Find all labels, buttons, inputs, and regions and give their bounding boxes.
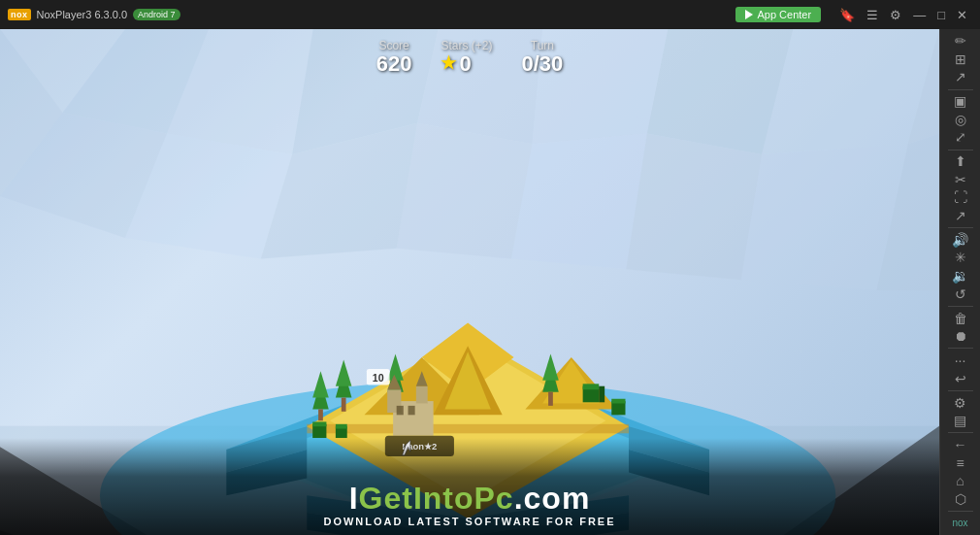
app-title: NoxPlayer3 6.3.0.0 bbox=[37, 9, 128, 20]
svg-text:10: 10 bbox=[373, 372, 384, 384]
app-center-button[interactable]: App Center bbox=[735, 7, 821, 22]
home-button[interactable]: ⌂ bbox=[943, 473, 978, 489]
layers-button[interactable]: ⊞ bbox=[943, 51, 978, 68]
paint-button[interactable]: ✏ bbox=[943, 33, 978, 50]
svg-rect-33 bbox=[307, 424, 629, 433]
game-hud: Score 620 Stars (+2) ★ 0 Turn 0/30 bbox=[376, 39, 564, 76]
monitor-button[interactable]: ▣ bbox=[943, 93, 978, 110]
settings-button[interactable]: ⚙ bbox=[885, 6, 906, 24]
stars-label: Stars (+2) bbox=[441, 39, 492, 52]
undo-button[interactable]: ↩ bbox=[943, 370, 978, 386]
hud-score: Score 620 bbox=[376, 39, 412, 76]
camera-button[interactable]: ⬡ bbox=[943, 490, 978, 507]
divider-4 bbox=[948, 306, 973, 307]
title-bar: nox NoxPlayer3 6.3.0.0 Android 7 App Cen… bbox=[0, 0, 980, 29]
score-label: Score bbox=[376, 39, 412, 52]
minimize-button[interactable]: — bbox=[908, 6, 931, 24]
bookmark-button[interactable]: 🔖 bbox=[834, 6, 860, 24]
svg-rect-63 bbox=[416, 386, 428, 404]
history-button[interactable]: ↺ bbox=[943, 285, 978, 302]
right-sidebar: ✏ ⊞ ↗ ▣ ◎ ⤢ ⬆ ✂ ⛶ ↗ 🔊 ✳ 🔉 ↺ 🗑 ⏺ ··· ↩ ⚙ … bbox=[939, 29, 980, 535]
import-button[interactable]: ⬆ bbox=[943, 153, 978, 170]
score-value: 620 bbox=[376, 52, 412, 76]
settings2-button[interactable]: ⚙ bbox=[943, 394, 978, 411]
fullscreen-button[interactable]: ⛶ bbox=[943, 189, 978, 206]
watermark-prefix: I bbox=[349, 481, 359, 516]
watermark: IGetIntoPc.com Download Latest Software … bbox=[0, 438, 939, 535]
divider-5 bbox=[948, 348, 973, 349]
svg-rect-67 bbox=[408, 406, 415, 415]
spinner-button[interactable]: ✳ bbox=[943, 250, 978, 266]
svg-rect-54 bbox=[599, 386, 604, 403]
svg-rect-51 bbox=[548, 392, 553, 406]
game-viewport[interactable]: Laon★2 10 Score 620 Stars (+2) ★ 0 bbox=[0, 29, 939, 535]
svg-rect-53 bbox=[583, 384, 600, 389]
cut-button[interactable]: ✂ bbox=[943, 172, 978, 188]
expand-button[interactable]: ⤢ bbox=[943, 129, 978, 146]
divider-7 bbox=[948, 432, 973, 433]
watermark-main: IGetIntoPc.com bbox=[349, 483, 591, 514]
photo-button[interactable]: ▤ bbox=[943, 413, 978, 429]
title-icons: 🔖 ☰ ⚙ — □ ✕ bbox=[834, 6, 972, 24]
volume-up-button[interactable]: 🔊 bbox=[943, 232, 978, 249]
record-button[interactable]: ⏺ bbox=[943, 328, 978, 345]
hud-stars: Stars (+2) ★ 0 bbox=[441, 39, 492, 76]
list-button[interactable]: ≡ bbox=[943, 454, 978, 471]
divider-8 bbox=[948, 511, 973, 512]
watermark-tagline: Download Latest Software for Free bbox=[323, 516, 615, 527]
divider-6 bbox=[948, 390, 973, 391]
nox-logo-box: nox bbox=[8, 9, 31, 20]
export-button[interactable]: ↗ bbox=[943, 69, 978, 85]
star-icon: ★ bbox=[441, 54, 456, 74]
delete-button[interactable]: 🗑 bbox=[943, 310, 978, 326]
divider-1 bbox=[948, 89, 973, 90]
turn-label: Turn bbox=[521, 39, 563, 52]
close-button[interactable]: ✕ bbox=[952, 6, 972, 24]
divider-3 bbox=[948, 227, 973, 228]
app-center-label: App Center bbox=[757, 9, 811, 20]
svg-marker-44 bbox=[387, 354, 404, 381]
menu-button[interactable]: ☰ bbox=[862, 6, 883, 24]
android-badge: Android 7 bbox=[133, 9, 180, 20]
main-area: Laon★2 10 Score 620 Stars (+2) ★ 0 bbox=[0, 29, 980, 535]
play-icon bbox=[745, 10, 753, 19]
svg-rect-48 bbox=[318, 409, 323, 420]
location-button[interactable]: ◎ bbox=[943, 112, 978, 128]
hud-turn: Turn 0/30 bbox=[521, 39, 563, 76]
svg-rect-66 bbox=[397, 406, 404, 415]
more-button[interactable]: ··· bbox=[943, 352, 978, 369]
svg-rect-60 bbox=[336, 424, 347, 429]
svg-rect-58 bbox=[312, 421, 326, 426]
turn-value: 0/30 bbox=[521, 52, 563, 76]
maximize-button[interactable]: □ bbox=[932, 6, 950, 24]
back-button[interactable]: ← bbox=[943, 437, 978, 453]
svg-rect-42 bbox=[342, 398, 346, 412]
stars-number: 0 bbox=[459, 52, 471, 76]
cast-button[interactable]: nox bbox=[943, 516, 978, 532]
svg-rect-56 bbox=[611, 399, 625, 404]
diagonal-arrow-button[interactable]: ↗ bbox=[943, 208, 978, 224]
stars-value: ★ 0 bbox=[441, 52, 492, 76]
svg-marker-50 bbox=[542, 354, 559, 381]
nox-logo: nox bbox=[8, 9, 31, 20]
volume-down-button[interactable]: 🔉 bbox=[943, 268, 978, 284]
watermark-brand: GetIntoPc bbox=[359, 481, 514, 516]
watermark-suffix: .com bbox=[514, 481, 591, 516]
divider-2 bbox=[948, 150, 973, 150]
svg-marker-47 bbox=[312, 371, 329, 397]
svg-marker-41 bbox=[336, 359, 352, 385]
